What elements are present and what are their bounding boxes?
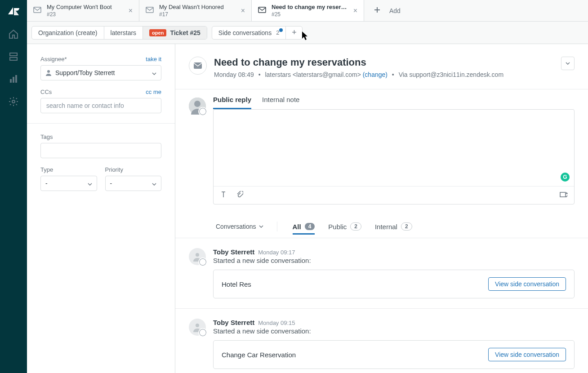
message-author: Toby Sterrett (213, 248, 254, 256)
ticket-date: Monday 08:49 (214, 71, 254, 78)
svg-point-15 (196, 324, 199, 327)
svg-point-9 (47, 70, 50, 73)
svg-rect-6 (34, 7, 41, 13)
tab-internal-note[interactable]: Internal note (262, 96, 299, 109)
tab-add[interactable]: Add (364, 0, 410, 21)
assignee-value: Support/Toby Sterrett (55, 69, 115, 76)
add-side-conversation-button[interactable]: + (286, 27, 302, 39)
chevron-down-icon (88, 180, 92, 187)
format-text-icon[interactable] (220, 191, 227, 200)
filter-all[interactable]: All 4 (293, 220, 315, 233)
grammarly-icon[interactable]: G (561, 173, 570, 182)
assignee-select[interactable]: Support/Toby Sterrett (40, 65, 161, 80)
svg-point-14 (196, 253, 199, 257)
chevron-down-icon (152, 69, 156, 76)
ticket-meta: Monday 08:49 • laterstars <laterstars@gm… (214, 71, 503, 78)
subtab-side-conversations[interactable]: Side conversations 2 (212, 27, 286, 39)
mail-icon (258, 7, 266, 14)
tab-ticket-23[interactable]: My Computer Won't Boot #23 × (27, 0, 139, 21)
filter-internal-count: 2 (401, 222, 412, 231)
tab-title: My Deal Wasn't Honored (159, 4, 236, 11)
subtab-customer[interactable]: laterstars (104, 27, 143, 39)
mail-icon (146, 7, 154, 14)
svg-rect-10 (194, 62, 202, 69)
priority-value: - (110, 180, 112, 187)
tab-title: My Computer Won't Boot (47, 4, 123, 11)
workspace-tabs: My Computer Won't Boot #23 × My Deal Was… (27, 0, 588, 22)
close-icon[interactable]: × (353, 7, 357, 14)
zendesk-logo[interactable] (8, 5, 19, 17)
svg-rect-3 (13, 77, 14, 83)
priority-select[interactable]: - (105, 176, 162, 191)
view-side-conversation-button[interactable]: View side conversation (488, 277, 566, 291)
conversation-item: Toby Sterrett Monday 09:17 Started a new… (175, 238, 588, 309)
ticket-fields-sidebar: Assignee* take it Support/Toby Sterrett … (27, 44, 175, 373)
tab-sub: #17 (159, 11, 236, 18)
tab-public-reply[interactable]: Public reply (213, 96, 251, 109)
svg-rect-1 (10, 58, 17, 60)
context-tabs: Organization (create) laterstars open Ti… (27, 22, 588, 44)
close-icon[interactable]: × (241, 7, 245, 14)
close-icon[interactable]: × (129, 7, 133, 14)
channel-mail-icon (189, 57, 207, 75)
unread-dot-icon (279, 28, 283, 32)
ticket-main: Need to change my reservations Monday 08… (175, 44, 588, 373)
change-requester-link[interactable]: (change) (363, 71, 388, 78)
left-nav-rail (0, 0, 27, 373)
reports-icon[interactable] (8, 74, 19, 84)
user-icon (45, 70, 52, 76)
cc-me-link[interactable]: cc me (146, 89, 161, 95)
message-text: Started a new side conversation: (213, 257, 575, 264)
take-it-link[interactable]: take it (146, 56, 161, 62)
ccs-label: CCs (40, 89, 52, 95)
side-conversation-title: Hotel Res (222, 280, 251, 288)
tab-sub: #23 (47, 11, 123, 18)
tab-add-label: Add (389, 7, 401, 14)
filter-internal[interactable]: Internal 2 (375, 220, 412, 233)
side-conversation-card: Change Car Reservation View side convers… (213, 340, 575, 369)
view-side-conversation-button[interactable]: View side conversation (488, 348, 566, 361)
svg-rect-0 (10, 53, 17, 56)
conversations-dropdown[interactable]: Conversations (216, 223, 263, 230)
filter-public[interactable]: Public 2 (328, 220, 361, 233)
priority-label: Priority (105, 166, 162, 173)
agent-avatar (189, 98, 206, 115)
type-value: - (45, 180, 48, 187)
svg-rect-8 (258, 7, 266, 13)
side-conversations-count: 2 (276, 29, 279, 36)
ccs-input[interactable] (45, 102, 156, 110)
admin-gear-icon[interactable] (8, 96, 19, 107)
filter-all-count: 4 (305, 223, 315, 230)
ticket-via: Via support@z3nici11in.zendesk.com (399, 71, 503, 78)
divider (27, 123, 175, 124)
attachment-icon[interactable] (236, 191, 243, 200)
divider (277, 222, 277, 231)
tags-input[interactable] (45, 147, 156, 155)
ticket-options-button[interactable] (561, 57, 575, 70)
svg-rect-4 (15, 75, 17, 83)
conversation-item: Toby Sterrett Monday 09:15 Started a new… (175, 309, 588, 373)
tags-input-wrapper (40, 143, 161, 158)
svg-rect-13 (560, 192, 566, 197)
assignee-label: Assignee* (40, 56, 67, 62)
views-icon[interactable] (8, 51, 19, 62)
side-conversation-title: Change Car Reservation (222, 351, 296, 359)
ccs-input-wrapper (40, 98, 161, 113)
macro-icon[interactable] (560, 191, 568, 200)
type-select[interactable]: - (40, 176, 97, 191)
tab-ticket-25[interactable]: Need to change my reser… #25 × (252, 0, 364, 21)
tab-ticket-17[interactable]: My Deal Wasn't Honored #17 × (139, 0, 252, 21)
reply-editor-row: Public reply Internal note G (175, 89, 588, 213)
subtab-organization[interactable]: Organization (create) (32, 27, 104, 39)
message-time: Monday 09:15 (258, 320, 295, 326)
home-icon[interactable] (8, 29, 19, 40)
side-conversation-card: Hotel Res View side conversation (213, 270, 575, 298)
subtab-ticket-label: Ticket #25 (170, 29, 200, 36)
filter-public-count: 2 (350, 222, 361, 231)
reply-textarea[interactable] (214, 110, 574, 186)
subtab-ticket[interactable]: open Ticket #25 (143, 27, 207, 39)
user-avatar (189, 319, 206, 336)
type-label: Type (40, 166, 97, 173)
svg-point-5 (12, 100, 15, 103)
user-avatar (189, 248, 206, 265)
